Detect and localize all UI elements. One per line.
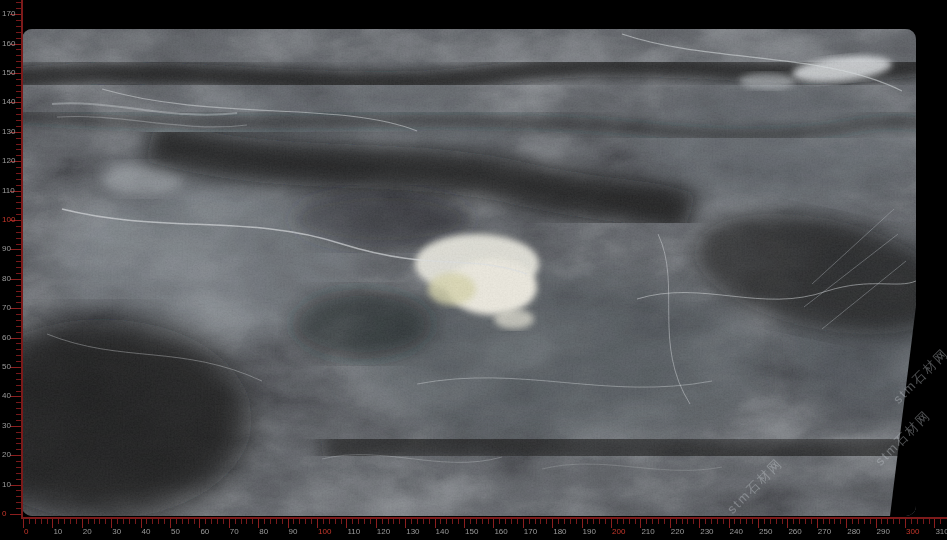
ruler-label: 120 [377,527,390,536]
ruler-tick [16,402,21,403]
ruler-tick [16,432,21,433]
ruler-label: 110 [2,186,21,195]
ruler-tick [258,519,259,528]
ruler-tick [16,61,21,62]
ruler-tick [440,519,441,524]
ruler-label: 150 [465,527,478,536]
ruler-label: 140 [436,527,449,536]
ruler-label: 110 [347,527,360,536]
ruler-tick [370,519,371,524]
ruler-tick [846,519,847,528]
ruler-tick [335,519,336,524]
ruler-label: 210 [641,527,654,536]
ruler-tick [358,519,359,524]
ruler-tick [870,519,871,524]
ruler-tick [10,426,21,427]
ruler-tick [10,14,21,15]
stone-slab-photo [22,29,916,516]
ruler-tick [617,519,618,524]
ruler-tick [199,519,200,528]
ruler-tick [41,519,42,524]
ruler-label: 40 [2,391,21,400]
ruler-tick [705,519,706,524]
ruler-tick [917,519,918,524]
ruler-tick [176,519,177,524]
ruler-tick [823,519,824,524]
ruler-tick [252,519,253,524]
ruler-tick [734,519,735,524]
ruler-tick [10,514,21,515]
ruler-tick [723,519,724,524]
ruler-tick [16,349,21,350]
ruler-tick [111,519,112,528]
ruler-tick [16,408,21,409]
ruler-tick [16,496,21,497]
ruler-tick [535,519,536,524]
ruler-tick [529,519,530,524]
ruler-tick [16,67,21,68]
ruler-label: 30 [112,527,121,536]
ruler-tick [141,519,142,528]
ruler-tick [16,490,21,491]
ruler-tick [482,519,483,524]
ruler-tick [893,519,894,524]
ruler-tick [623,519,624,524]
ruler-tick [16,138,21,139]
ruler-tick [923,519,924,524]
ruler-label: 50 [2,362,21,371]
slab-scan-viewport: stm石材网stm石材网stm石材网 170160150140130120110… [0,0,947,540]
ruler-tick [652,519,653,524]
ruler-tick [16,479,21,480]
ruler-tick [276,519,277,524]
ruler-tick [864,519,865,524]
ruler-tick [446,519,447,524]
ruler-tick [10,220,21,221]
ruler-tick [282,519,283,524]
ruler-tick [16,97,21,98]
ruler-label: 190 [583,527,596,536]
ruler-tick [470,519,471,524]
ruler-tick [16,314,21,315]
ruler-tick [840,519,841,524]
ruler-tick [505,519,506,524]
ruler-tick [194,519,195,524]
ruler-tick [16,20,21,21]
ruler-tick [646,519,647,524]
ruler-tick [229,519,230,528]
ruler-tick [16,255,21,256]
ruler-tick [635,519,636,524]
ruler-tick [129,519,130,524]
ruler-tick [717,519,718,524]
ruler-tick [682,519,683,524]
ruler-tick [152,519,153,524]
ruler-tick [299,519,300,524]
ruler-tick [16,238,21,239]
ruler-label: 310 [935,527,947,536]
ruler-tick [911,519,912,524]
ruler-tick [746,519,747,524]
ruler-tick [323,519,324,524]
ruler-label: 230 [700,527,713,536]
ruler-tick [393,519,394,524]
ruler-tick [16,473,21,474]
ruler-tick [82,519,83,528]
ruler-tick [464,519,465,528]
ruler-tick [16,320,21,321]
ruler-tick [16,173,21,174]
ruler-tick [611,519,612,528]
ruler-tick [23,519,24,528]
ruler-tick [64,519,65,524]
ruler-tick [388,519,389,524]
ruler-tick [117,519,118,524]
ruler-tick [16,461,21,462]
ruler-label: 50 [171,527,180,536]
ruler-tick [246,519,247,524]
ruler-label: 250 [759,527,772,536]
ruler-tick [223,519,224,524]
ruler-label: 270 [818,527,831,536]
ruler-tick [811,519,812,524]
ruler-label: 290 [877,527,890,536]
ruler-tick [16,449,21,450]
ruler-label: 180 [553,527,566,536]
ruler-tick [76,519,77,524]
